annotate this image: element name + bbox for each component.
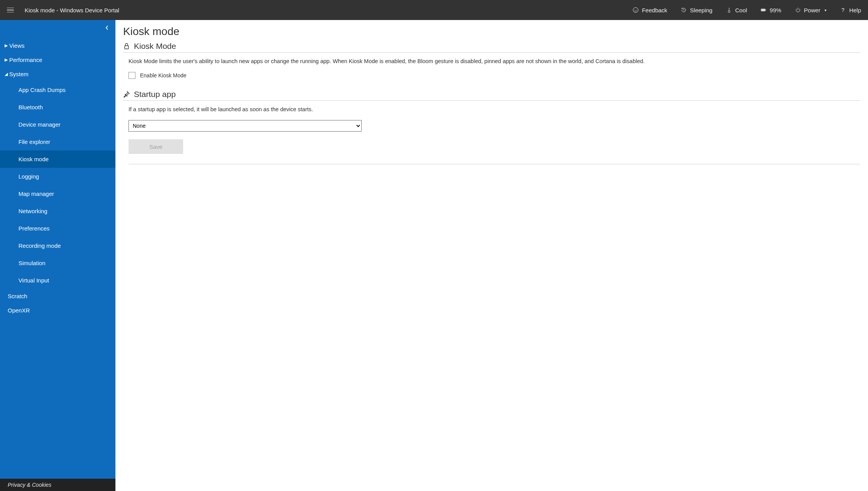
nav-item-bluetooth[interactable]: Bluetooth [0,99,115,116]
status-battery[interactable]: 99% [760,7,781,13]
svg-rect-8 [125,46,129,49]
triangle-right-icon: ▶ [5,43,8,48]
topbar-right: Feedback Sleeping Cool 99% Power ▾ [632,7,861,13]
page-title: Kiosk mode [123,25,860,38]
nav-item-virtual-input[interactable]: Virtual Input [0,272,115,289]
nav-item-simulation[interactable]: Simulation [0,254,115,272]
help-button[interactable]: ? Help [840,7,861,13]
collapse-sidebar-button[interactable] [102,23,112,32]
feedback-icon [632,7,639,13]
section-kiosk-mode-desc: Kiosk Mode limits the user's ability to … [123,53,860,72]
nav-item-file-explorer[interactable]: File explorer [0,133,115,150]
nav-item-app-crash-dumps[interactable]: App Crash Dumps [0,81,115,99]
section-startup-app-title: Startup app [134,90,176,99]
section-kiosk-mode-header: Kiosk Mode [123,42,860,53]
battery-icon [760,7,767,13]
enable-kiosk-mode-checkbox[interactable] [129,72,135,79]
app-title: Kiosk mode - Windows Device Portal [25,7,119,13]
status-cool[interactable]: Cool [726,7,747,13]
section-kiosk-mode-title: Kiosk Mode [134,42,176,51]
chevron-left-icon [105,25,109,30]
nav-system-subitems: App Crash Dumps Bluetooth Device manager… [0,81,115,289]
triangle-right-icon: ▶ [5,57,8,62]
thermometer-icon [726,7,733,13]
save-button[interactable]: Save [129,139,183,154]
svg-rect-6 [761,9,765,11]
nav-item-networking[interactable]: Networking [0,202,115,220]
main-content: Kiosk mode Kiosk Mode Kiosk Mode limits … [115,20,868,491]
help-label: Help [849,7,861,13]
nav-item-preferences[interactable]: Preferences [0,220,115,237]
nav-item-map-manager[interactable]: Map manager [0,185,115,202]
nav-item-kiosk-mode[interactable]: Kiosk mode [0,150,115,168]
nav-group-views[interactable]: ▶ Views [0,38,115,53]
battery-label: 99% [770,7,781,13]
triangle-down-icon: ◢ [5,72,8,77]
cool-label: Cool [735,7,747,13]
status-sleeping[interactable]: Sleeping [680,7,712,13]
power-icon [795,7,801,13]
feedback-button[interactable]: Feedback [632,7,667,13]
nav-item-recording-mode[interactable]: Recording mode [0,237,115,254]
lock-icon [123,43,130,50]
help-icon: ? [840,7,846,13]
nav-performance-label: Performance [9,57,42,63]
nav-group-performance[interactable]: ▶ Performance [0,53,115,67]
svg-text:?: ? [841,7,845,13]
nav-item-openxr[interactable]: OpenXR [0,303,115,317]
history-icon [680,7,687,13]
hamburger-icon[interactable] [7,5,16,15]
svg-point-1 [634,9,635,10]
sleeping-label: Sleeping [690,7,712,13]
section-kiosk-mode: Kiosk Mode Kiosk Mode limits the user's … [123,42,860,79]
section-startup-app: Startup app If a startup app is selected… [123,90,860,164]
feedback-label: Feedback [642,7,667,13]
nav-item-scratch[interactable]: Scratch [0,289,115,303]
pin-icon [123,91,130,98]
section-startup-app-header: Startup app [123,90,860,101]
nav-item-logging[interactable]: Logging [0,168,115,185]
nav-group-system[interactable]: ◢ System [0,67,115,81]
section-startup-app-desc: If a startup app is selected, it will be… [123,101,860,120]
chevron-down-icon: ▾ [825,8,826,12]
startup-app-select[interactable]: None [129,120,362,132]
svg-rect-5 [765,10,766,10]
power-button[interactable]: Power ▾ [795,7,827,13]
divider [129,164,860,164]
nav-item-device-manager[interactable]: Device manager [0,116,115,133]
enable-kiosk-mode-label: Enable Kiosk Mode [140,72,187,78]
svg-point-3 [728,11,730,13]
sidebar: ▶ Views ▶ Performance ◢ System App Crash… [0,20,115,491]
top-bar: Kiosk mode - Windows Device Portal Feedb… [0,0,868,20]
svg-point-0 [633,8,638,13]
nav-system-label: System [9,71,28,77]
nav-views-label: Views [9,42,25,49]
power-label: Power [804,7,821,13]
svg-point-2 [636,9,637,10]
privacy-cookies-link[interactable]: Privacy & Cookies [0,479,115,491]
